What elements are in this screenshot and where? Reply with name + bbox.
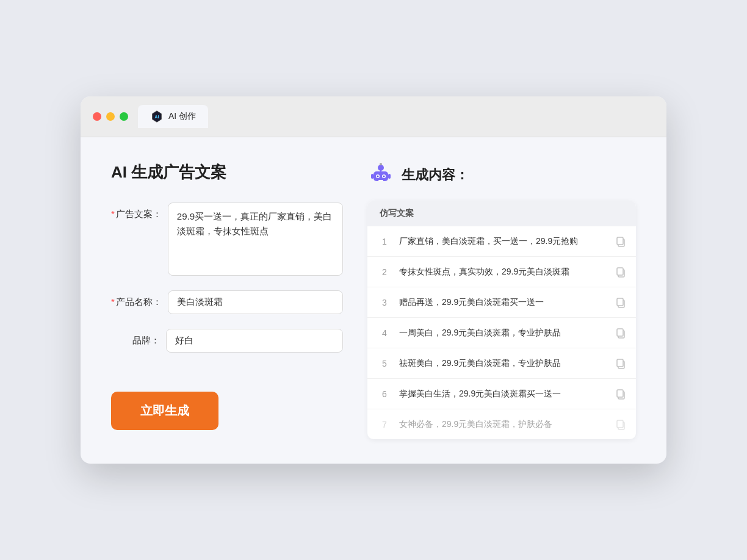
tab-label: AI 创作 bbox=[168, 111, 196, 122]
table-row: 2 专抹女性斑点，真实功效，29.9元美白淡斑霜 bbox=[367, 257, 636, 287]
result-title: 生成内容： bbox=[402, 166, 469, 184]
table-row: 4 一周美白，29.9元美白淡斑霜，专业护肤品 bbox=[367, 318, 636, 348]
table-row: 6 掌握美白生活，29.9元美白淡斑霜买一送一 bbox=[367, 379, 636, 409]
product-name-label: *产品名称： bbox=[111, 290, 168, 308]
ad-copy-row: *广告文案： 29.9买一送一，真正的厂家直销，美白淡斑霜，专抹女性斑点 bbox=[111, 203, 343, 276]
brand-label: 品牌： bbox=[111, 329, 166, 346]
copy-icon[interactable] bbox=[615, 297, 626, 308]
required-star-1: * bbox=[111, 209, 115, 219]
row-number: 6 bbox=[377, 389, 392, 399]
ad-copy-input[interactable]: 29.9买一送一，真正的厂家直销，美白淡斑霜，专抹女性斑点 bbox=[168, 203, 343, 276]
row-text: 厂家直销，美白淡斑霜，买一送一，29.9元抢购 bbox=[399, 235, 608, 248]
left-panel: AI 生成广告文案 *广告文案： 29.9买一送一，真正的厂家直销，美白淡斑霜，… bbox=[111, 162, 343, 439]
svg-rect-16 bbox=[617, 268, 623, 275]
row-number: 5 bbox=[377, 359, 392, 368]
svg-point-8 bbox=[377, 176, 379, 178]
table-row: 5 祛斑美白，29.9元美白淡斑霜，专业护肤品 bbox=[367, 348, 636, 379]
browser-window: AI AI 创作 AI 生成广告文案 *广告文案： 29.9买一送一，真正的厂家… bbox=[81, 96, 666, 464]
row-number: 2 bbox=[377, 267, 392, 277]
product-name-input[interactable] bbox=[168, 290, 343, 314]
row-number: 7 bbox=[377, 420, 392, 429]
svg-point-9 bbox=[383, 176, 385, 178]
svg-rect-3 bbox=[374, 171, 388, 181]
required-star-2: * bbox=[111, 296, 115, 307]
close-button[interactable] bbox=[93, 112, 101, 121]
titlebar: AI AI 创作 bbox=[81, 96, 666, 137]
tab-ai-creation[interactable]: AI AI 创作 bbox=[138, 105, 208, 128]
row-text: 赠品再送，29.9元美白淡斑霜买一送一 bbox=[399, 296, 608, 309]
maximize-button[interactable] bbox=[120, 112, 128, 121]
brand-input[interactable] bbox=[166, 329, 343, 353]
brand-row: 品牌： bbox=[111, 329, 343, 353]
row-text: 一周美白，29.9元美白淡斑霜，专业护肤品 bbox=[399, 326, 608, 339]
traffic-lights bbox=[93, 112, 128, 121]
robot-icon bbox=[367, 162, 394, 188]
svg-rect-4 bbox=[371, 174, 374, 179]
svg-rect-26 bbox=[617, 420, 623, 428]
table-row: 3 赠品再送，29.9元美白淡斑霜买一送一 bbox=[367, 287, 636, 318]
ai-tab-icon: AI bbox=[150, 110, 164, 123]
minimize-button[interactable] bbox=[106, 112, 115, 121]
svg-rect-18 bbox=[617, 298, 623, 306]
svg-rect-14 bbox=[617, 237, 623, 245]
svg-rect-22 bbox=[617, 359, 623, 367]
row-text: 专抹女性斑点，真实功效，29.9元美白淡斑霜 bbox=[399, 265, 608, 278]
result-rows-container: 1 厂家直销，美白淡斑霜，买一送一，29.9元抢购 2 专抹女性斑点，真实功效，… bbox=[367, 226, 636, 439]
svg-rect-5 bbox=[388, 174, 391, 179]
row-text: 女神必备，29.9元美白淡斑霜，护肤必备 bbox=[399, 418, 608, 431]
page-title: AI 生成广告文案 bbox=[111, 162, 343, 183]
copy-icon[interactable] bbox=[615, 419, 626, 430]
row-text: 掌握美白生活，29.9元美白淡斑霜买一送一 bbox=[399, 387, 608, 400]
generate-button[interactable]: 立即生成 bbox=[111, 392, 218, 430]
svg-point-12 bbox=[380, 163, 382, 165]
right-panel: 生成内容： 仿写文案 1 厂家直销，美白淡斑霜，买一送一，29.9元抢购 2 专… bbox=[367, 162, 636, 439]
row-number: 4 bbox=[377, 328, 392, 338]
row-number: 3 bbox=[377, 298, 392, 307]
copy-icon[interactable] bbox=[615, 236, 626, 247]
svg-text:AI: AI bbox=[154, 114, 159, 120]
svg-rect-20 bbox=[617, 329, 623, 336]
product-name-row: *产品名称： bbox=[111, 290, 343, 314]
table-header: 仿写文案 bbox=[367, 201, 636, 226]
copy-icon[interactable] bbox=[615, 328, 626, 339]
result-header: 生成内容： bbox=[367, 162, 636, 188]
table-row: 1 厂家直销，美白淡斑霜，买一送一，29.9元抢购 bbox=[367, 226, 636, 257]
ad-copy-label: *广告文案： bbox=[111, 203, 168, 220]
svg-rect-24 bbox=[617, 390, 623, 397]
row-number: 1 bbox=[377, 237, 392, 246]
row-text: 祛斑美白，29.9元美白淡斑霜，专业护肤品 bbox=[399, 357, 608, 370]
table-row: 7 女神必备，29.9元美白淡斑霜，护肤必备 bbox=[367, 409, 636, 439]
svg-rect-10 bbox=[378, 180, 383, 181]
main-content: AI 生成广告文案 *广告文案： 29.9买一送一，真正的厂家直销，美白淡斑霜，… bbox=[81, 137, 666, 464]
copy-icon[interactable] bbox=[615, 389, 626, 400]
copy-icon[interactable] bbox=[615, 358, 626, 369]
result-table: 仿写文案 1 厂家直销，美白淡斑霜，买一送一，29.9元抢购 2 专抹女性斑点，… bbox=[367, 201, 636, 439]
copy-icon[interactable] bbox=[615, 267, 626, 278]
